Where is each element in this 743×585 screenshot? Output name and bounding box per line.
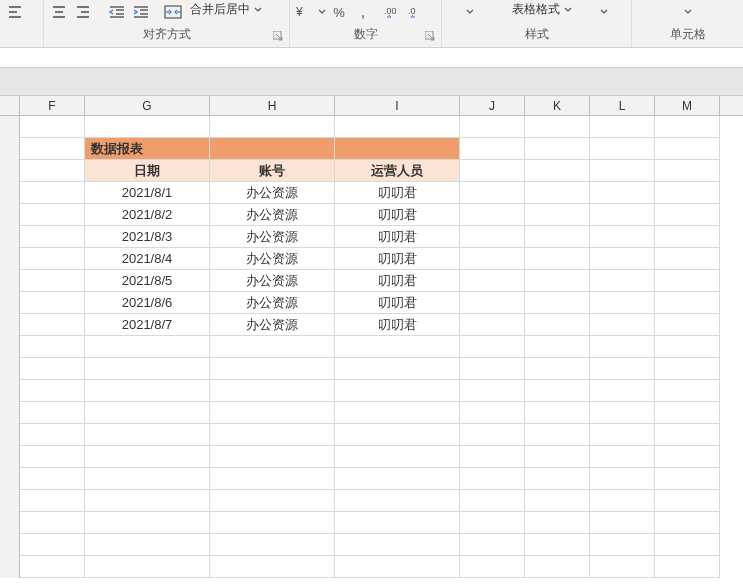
row-header[interactable]: [0, 248, 20, 270]
increase-decimal-button[interactable]: .00: [382, 1, 404, 23]
table-cell[interactable]: 2021/8/2: [85, 204, 210, 226]
cell[interactable]: [590, 468, 655, 490]
table-cell[interactable]: 2021/8/6: [85, 292, 210, 314]
cell[interactable]: [590, 446, 655, 468]
row-header[interactable]: [0, 138, 20, 160]
cell[interactable]: [460, 182, 525, 204]
row-header[interactable]: [0, 380, 20, 402]
cell[interactable]: [460, 534, 525, 556]
cell[interactable]: [85, 468, 210, 490]
increase-indent-button[interactable]: [130, 1, 152, 23]
cell[interactable]: [590, 204, 655, 226]
cell[interactable]: [655, 116, 720, 138]
cell[interactable]: [20, 556, 85, 578]
percent-format-button[interactable]: %: [328, 1, 350, 23]
table-cell[interactable]: 办公资源: [210, 182, 335, 204]
cell[interactable]: [525, 336, 590, 358]
cell[interactable]: [460, 248, 525, 270]
cell[interactable]: [525, 116, 590, 138]
cell[interactable]: [85, 512, 210, 534]
row-header[interactable]: [0, 204, 20, 226]
cell[interactable]: [210, 446, 335, 468]
cell[interactable]: [590, 512, 655, 534]
cell[interactable]: [85, 116, 210, 138]
cell[interactable]: [590, 314, 655, 336]
cell[interactable]: [85, 534, 210, 556]
table-cell[interactable]: 办公资源: [210, 292, 335, 314]
cell[interactable]: [210, 358, 335, 380]
cell[interactable]: [85, 380, 210, 402]
cell[interactable]: [590, 380, 655, 402]
table-cell[interactable]: 办公资源: [210, 270, 335, 292]
cell[interactable]: [20, 424, 85, 446]
cell[interactable]: [460, 490, 525, 512]
cell[interactable]: [655, 358, 720, 380]
cell[interactable]: [590, 248, 655, 270]
cell[interactable]: [590, 292, 655, 314]
cell[interactable]: [335, 336, 460, 358]
cell[interactable]: [210, 468, 335, 490]
cell[interactable]: [20, 138, 85, 160]
row-header[interactable]: [0, 490, 20, 512]
table-header[interactable]: 账号: [210, 160, 335, 182]
cell[interactable]: [335, 490, 460, 512]
grid[interactable]: 数据报表日期账号运营人员2021/8/1办公资源叨叨君2021/8/2办公资源叨…: [0, 116, 743, 578]
cell[interactable]: [20, 512, 85, 534]
cell[interactable]: [655, 160, 720, 182]
number-dialog-launcher[interactable]: [425, 31, 437, 43]
cell[interactable]: [525, 226, 590, 248]
cell[interactable]: [335, 556, 460, 578]
table-cell[interactable]: 办公资源: [210, 226, 335, 248]
row-header[interactable]: [0, 314, 20, 336]
cell[interactable]: [20, 336, 85, 358]
table-cell[interactable]: 叨叨君: [335, 270, 460, 292]
align-left-button[interactable]: [4, 1, 26, 23]
cell[interactable]: [460, 336, 525, 358]
row-header[interactable]: [0, 270, 20, 292]
row-header[interactable]: [0, 468, 20, 490]
cell[interactable]: [20, 534, 85, 556]
table-title-merge[interactable]: [335, 138, 460, 160]
cell[interactable]: [525, 402, 590, 424]
row-header[interactable]: [0, 358, 20, 380]
cell[interactable]: [525, 160, 590, 182]
column-header[interactable]: H: [210, 96, 335, 115]
cell[interactable]: [590, 490, 655, 512]
table-cell[interactable]: 叨叨君: [335, 182, 460, 204]
cell[interactable]: [590, 556, 655, 578]
column-header[interactable]: M: [655, 96, 720, 115]
cell[interactable]: [460, 138, 525, 160]
cell[interactable]: [210, 534, 335, 556]
decrease-decimal-button[interactable]: .0: [406, 1, 428, 23]
cell[interactable]: [655, 380, 720, 402]
cell[interactable]: [20, 358, 85, 380]
table-title[interactable]: 数据报表: [85, 138, 210, 160]
cell[interactable]: [460, 446, 525, 468]
table-cell[interactable]: 2021/8/4: [85, 248, 210, 270]
cell[interactable]: [210, 116, 335, 138]
cell[interactable]: [655, 512, 720, 534]
cell[interactable]: [525, 490, 590, 512]
cell[interactable]: [655, 424, 720, 446]
cell[interactable]: [525, 534, 590, 556]
cell[interactable]: [655, 138, 720, 160]
column-header[interactable]: G: [85, 96, 210, 115]
decrease-indent-button[interactable]: [106, 1, 128, 23]
column-header[interactable]: F: [20, 96, 85, 115]
cell[interactable]: [655, 490, 720, 512]
cell[interactable]: [590, 402, 655, 424]
cell[interactable]: [460, 160, 525, 182]
cell[interactable]: [20, 292, 85, 314]
cell[interactable]: [335, 116, 460, 138]
cell[interactable]: [525, 512, 590, 534]
cell[interactable]: [655, 270, 720, 292]
cell[interactable]: [655, 468, 720, 490]
table-cell[interactable]: 2021/8/5: [85, 270, 210, 292]
align-center-button[interactable]: [48, 1, 70, 23]
cell[interactable]: [655, 402, 720, 424]
row-header[interactable]: [0, 336, 20, 358]
row-header[interactable]: [0, 512, 20, 534]
cell[interactable]: [210, 490, 335, 512]
table-cell[interactable]: 叨叨君: [335, 204, 460, 226]
row-header[interactable]: [0, 116, 20, 138]
